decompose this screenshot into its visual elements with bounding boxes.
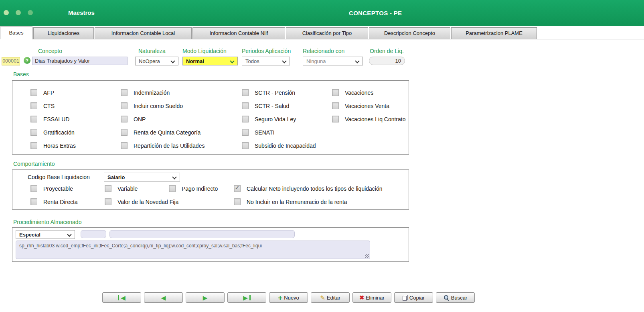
orden-de-liq-label: Orden de Liq. <box>370 48 404 54</box>
param-input-2[interactable] <box>109 230 295 238</box>
checkbox-sctr-salud[interactable]: SCTR - Salud <box>242 99 332 112</box>
editar-button[interactable]: ✎ Editar <box>311 292 350 303</box>
periodos-aplicacion-select[interactable]: Todos <box>242 57 290 65</box>
renta-directa-checkbox-box[interactable] <box>30 198 37 205</box>
gratificacion-checkbox-box[interactable] <box>30 129 37 136</box>
checkbox-label: No Incluir en la Remuneracio de la renta <box>247 199 347 205</box>
concepto-code-field[interactable]: 000001 <box>2 57 20 65</box>
last-record-button[interactable]: ▶ <box>227 292 266 303</box>
window-dot-3[interactable] <box>28 10 33 15</box>
no-incluir-remuneracion-checkbox-box[interactable] <box>234 198 241 205</box>
tab-informacion-contable-local[interactable]: Informacion Contable Local <box>95 27 192 39</box>
senati-checkbox-box[interactable] <box>242 129 249 136</box>
relacionado-con-select[interactable]: Ninguna <box>303 57 363 65</box>
checkbox-label: ESSALUD <box>43 116 69 122</box>
checkbox-afp[interactable]: AFP <box>30 86 121 99</box>
concepto-input[interactable] <box>32 57 128 65</box>
buscar-button[interactable]: Buscar <box>436 292 475 303</box>
essalud-checkbox-box[interactable] <box>30 116 37 122</box>
window-controls <box>4 10 33 15</box>
checkbox-pago-indirecto[interactable]: Pago Indirecto <box>169 185 218 192</box>
copiar-button[interactable]: Copiar <box>394 292 433 303</box>
chevron-down-icon <box>355 59 359 63</box>
modo-liquidacion-select[interactable]: Normal <box>182 57 238 65</box>
naturaleza-select[interactable]: NoOpera <box>135 57 178 65</box>
subsidio-incapacidad-checkbox-box[interactable] <box>242 142 249 149</box>
checkbox-senati[interactable]: SENATI <box>242 126 332 139</box>
window-dot-1[interactable] <box>4 10 9 15</box>
relacionado-con-label: Relacionado con <box>303 48 344 54</box>
relacionado-select-value: Ninguna <box>306 58 326 64</box>
afp-checkbox-box[interactable] <box>30 89 37 96</box>
checkbox-horas-extras[interactable]: Horas Extras <box>30 139 121 152</box>
vacaciones-liq-contrato-checkbox-box[interactable] <box>332 116 339 122</box>
tipo-procedimiento-select[interactable]: Especial <box>16 230 75 239</box>
pago-indirecto-checkbox-box[interactable] <box>169 185 176 192</box>
horas-extras-checkbox-box[interactable] <box>30 142 37 149</box>
checkbox-no-incluir-remuneracion[interactable]: No Incluir en la Remuneracio de la renta <box>234 198 347 205</box>
sctr-pension-checkbox-box[interactable] <box>242 89 249 96</box>
prev-record-button[interactable]: ◀ <box>144 292 183 303</box>
last-record-icon <box>249 295 251 300</box>
vacaciones-venta-checkbox-box[interactable] <box>332 102 339 109</box>
checkbox-subsidio-incapacidad[interactable]: Subsidio de Incapacidad <box>242 139 332 152</box>
codigo-base-select[interactable]: Salario <box>104 173 180 181</box>
checkbox-renta-quinta-categoria[interactable]: Renta de Quinta Categoría <box>121 126 242 139</box>
next-record-button[interactable]: ▶ <box>186 292 225 303</box>
checkbox-gratificacion[interactable]: Gratificación <box>30 126 121 139</box>
comportamiento-box: Codigo Base Liquidacion Salario Proyecta… <box>12 169 409 210</box>
checkbox-sctr-pension[interactable]: SCTR - Pensión <box>242 86 332 99</box>
bases-section-label: Bases <box>13 71 29 77</box>
checkbox-incluir-como-sueldo[interactable]: Incluir como Sueldo <box>121 99 242 112</box>
checkbox-vacaciones[interactable]: Vacaciones <box>332 86 409 99</box>
checkbox-label: Proyectable <box>43 186 73 192</box>
checkbox-label: Pago Indirecto <box>182 186 218 192</box>
valor-novedad-fija-checkbox-box[interactable] <box>105 198 111 205</box>
variable-checkbox-box[interactable] <box>105 185 111 192</box>
window-dot-2[interactable] <box>16 10 21 15</box>
procedimiento-script-textarea[interactable]: sp_rhh_hislab03 w.cod_emp;fFec_ini;fFec_… <box>16 241 370 259</box>
onp-checkbox-box[interactable] <box>121 116 128 122</box>
proyectable-checkbox-box[interactable] <box>30 185 37 192</box>
tab-descripcion-concepto[interactable]: Descripcion Concepto <box>369 27 450 39</box>
incluir-como-sueldo-checkbox-box[interactable] <box>121 102 128 109</box>
resize-handle[interactable] <box>365 254 369 258</box>
tab-bases[interactable]: Bases <box>0 27 32 39</box>
calcular-neto-checkbox-box[interactable] <box>234 185 241 192</box>
checkbox-cts[interactable]: CTS <box>30 99 121 112</box>
checkbox-vacaciones-venta[interactable]: Vacaciones Venta <box>332 99 409 112</box>
page-title: CONCEPTOS - PE <box>349 10 402 16</box>
first-record-button[interactable]: ◀ <box>102 292 141 303</box>
param-input-1[interactable] <box>81 230 106 238</box>
nuevo-button[interactable]: + Nuevo <box>269 292 308 303</box>
checkbox-essalud[interactable]: ESSALUD <box>30 112 121 126</box>
tab-liquidaciones[interactable]: Liquidaciones <box>33 27 94 39</box>
eliminar-button[interactable]: ✖ Eliminar <box>352 292 391 303</box>
vacaciones-checkbox-box[interactable] <box>332 89 339 96</box>
checkbox-renta-directa[interactable]: Renta Directa <box>30 198 78 205</box>
cts-checkbox-box[interactable] <box>30 102 37 109</box>
naturaleza-select-value: NoOpera <box>139 58 160 64</box>
checkbox-reparticion-utilidades[interactable]: Repartición de las Utilidades <box>121 139 242 152</box>
checkbox-calcular-neto[interactable]: Calcular Neto incluyendo todos los tipos… <box>234 185 383 192</box>
checkbox-label: Repartición de las Utilidades <box>134 143 205 149</box>
tab-informacion-contable-niif[interactable]: Informacion Contable Niif <box>192 27 285 39</box>
checkbox-proyectable[interactable]: Proyectable <box>30 185 73 192</box>
tab-parametrizacion-plame[interactable]: Parametrizacion PLAME <box>451 27 537 39</box>
checkbox-variable[interactable]: Variable <box>105 185 138 192</box>
seguro-vida-ley-checkbox-box[interactable] <box>242 116 249 122</box>
checkbox-seguro-vida-ley[interactable]: Seguro Vida Ley <box>242 112 332 126</box>
checkbox-indemnizacion[interactable]: Indemnización <box>121 86 242 99</box>
tab-clasificacion-por-tipo[interactable]: Clasificación por Tipo <box>286 27 368 39</box>
indemnizacion-checkbox-box[interactable] <box>121 89 128 96</box>
checkbox-valor-novedad-fija[interactable]: Valor de la Novedad Fija <box>105 198 178 205</box>
orden-liq-input[interactable] <box>369 57 405 65</box>
checkbox-vacaciones-liq-contrato[interactable]: Vacaciones Liq Contrato <box>332 112 409 126</box>
renta-quinta-checkbox-box[interactable] <box>121 129 128 136</box>
checkbox-onp[interactable]: ONP <box>121 112 242 126</box>
help-icon[interactable]: ? <box>24 57 30 64</box>
bases-column-2: Indemnización Incluir como Sueldo ONP Re… <box>121 86 242 154</box>
reparticion-utilidades-checkbox-box[interactable] <box>121 142 128 149</box>
copiar-button-label: Copiar <box>409 295 425 301</box>
sctr-salud-checkbox-box[interactable] <box>242 102 249 109</box>
